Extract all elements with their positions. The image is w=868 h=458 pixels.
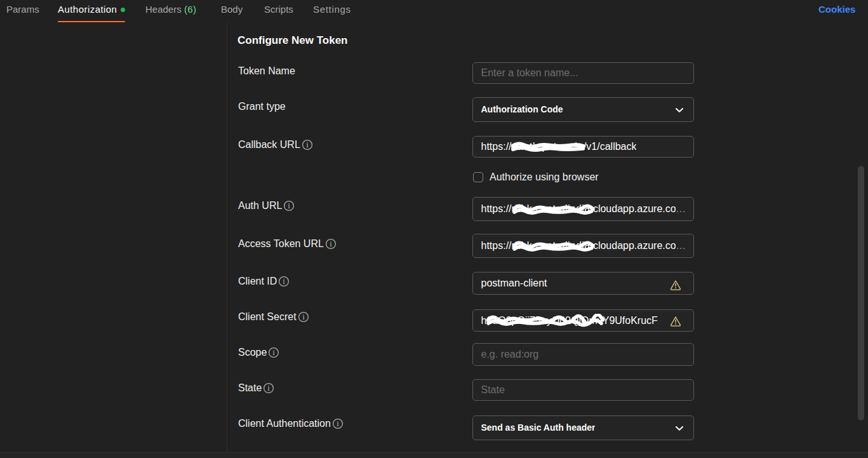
svg-text:i: i — [330, 239, 332, 248]
svg-text:i: i — [337, 419, 339, 428]
svg-text:i: i — [306, 140, 309, 149]
svg-text:i: i — [272, 347, 275, 357]
svg-text:i: i — [267, 383, 270, 393]
svg-text:i: i — [302, 312, 305, 321]
svg-text:i: i — [288, 201, 290, 210]
svg-text:i: i — [283, 276, 285, 286]
